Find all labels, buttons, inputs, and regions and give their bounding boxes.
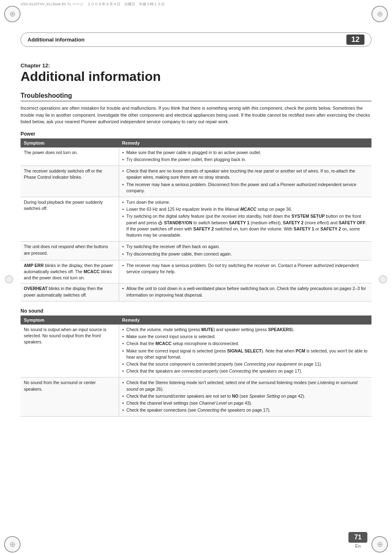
corner-decoration-tr: ⊕ bbox=[371, 6, 388, 22]
header-bar: Additional information 12 bbox=[21, 32, 371, 47]
symptom-cell: The receiver suddenly switches off or th… bbox=[21, 166, 119, 197]
table-row: OVERHEAT blinks in the display then the … bbox=[21, 283, 371, 301]
remedy-cell: Check that the Stereo listening mode isn… bbox=[119, 378, 371, 417]
corner-decoration-tl: ⊕ bbox=[4, 6, 21, 22]
page-lang: En bbox=[355, 543, 360, 548]
no-sound-col-remedy: Remedy bbox=[119, 315, 371, 325]
symptom-cell: AMP ERR blinks in the display, then the … bbox=[21, 260, 119, 283]
table-row: No sound from the surround or center spe… bbox=[21, 378, 371, 417]
power-col-remedy: Remedy bbox=[119, 138, 371, 147]
chapter-main-title: Additional information bbox=[21, 69, 371, 84]
page-container: ⊕ ⊕ ⊕ ⊕ VSX-9110TXV_KU.book.fm 71 ページ ２０… bbox=[0, 2, 392, 555]
remedy-cell: The receiver may have a serious problem.… bbox=[119, 260, 371, 283]
side-decoration-right bbox=[379, 275, 387, 283]
table-row: No sound is output when an input source … bbox=[21, 325, 371, 378]
file-info: VSX-9110TXV_KU.book.fm 71 ページ ２００６年４月４日 … bbox=[21, 2, 371, 8]
no-sound-table: Symptom Remedy No sound is output when a… bbox=[21, 315, 371, 417]
symptom-cell: No sound from the surround or center spe… bbox=[21, 378, 119, 417]
table-row: During loud playback the power suddenly … bbox=[21, 197, 371, 242]
corner-decoration-bl: ⊕ bbox=[4, 536, 21, 553]
page-number: 71 bbox=[348, 532, 367, 543]
remedy-cell: Turn down the volume.Lower the 63 Hz and… bbox=[119, 197, 371, 242]
chapter-badge: 12 bbox=[346, 35, 364, 45]
header-bar-title: Additional information bbox=[28, 37, 85, 43]
symptom-cell: No sound is output when an input source … bbox=[21, 325, 119, 378]
table-row: AMP ERR blinks in the display, then the … bbox=[21, 260, 371, 283]
symptom-cell: The unit does not respond when the butto… bbox=[21, 242, 119, 260]
no-sound-col-symptom: Symptom bbox=[21, 315, 119, 325]
main-content: Chapter 12: Additional information Troub… bbox=[21, 47, 371, 427]
remedy-cell: Make sure that the power cable is plugge… bbox=[119, 147, 371, 166]
table-row: The receiver suddenly switches off or th… bbox=[21, 166, 371, 197]
side-decoration-left bbox=[5, 275, 13, 283]
symptom-cell: OVERHEAT blinks in the display then the … bbox=[21, 283, 119, 301]
chapter-label: Chapter 12: bbox=[21, 62, 371, 69]
troubleshooting-intro: Incorrect operations are often mistaken … bbox=[21, 105, 371, 125]
power-table: Symptom Remedy The power does not turn o… bbox=[21, 138, 371, 302]
table-row: The unit does not respond when the butto… bbox=[21, 242, 371, 260]
corner-decoration-br: ⊕ bbox=[371, 536, 388, 553]
no-sound-heading: No sound bbox=[21, 308, 371, 314]
page-number-area: 71 En bbox=[348, 532, 367, 548]
remedy-cell: Check that there are no loose strands of… bbox=[119, 166, 371, 197]
symptom-cell: The power does not turn on. bbox=[21, 147, 119, 166]
power-heading: Power bbox=[21, 131, 371, 137]
power-col-symptom: Symptom bbox=[21, 138, 119, 147]
remedy-cell: Try switching the receiver off then back… bbox=[119, 242, 371, 260]
troubleshooting-heading: Troubleshooting bbox=[21, 92, 371, 101]
table-row: The power does not turn on.Make sure tha… bbox=[21, 147, 371, 166]
symptom-cell: During loud playback the power suddenly … bbox=[21, 197, 119, 242]
remedy-cell: Check the volume, mute setting (press MU… bbox=[119, 325, 371, 378]
remedy-cell: Allow the unit to cool down in a well-ve… bbox=[119, 283, 371, 301]
